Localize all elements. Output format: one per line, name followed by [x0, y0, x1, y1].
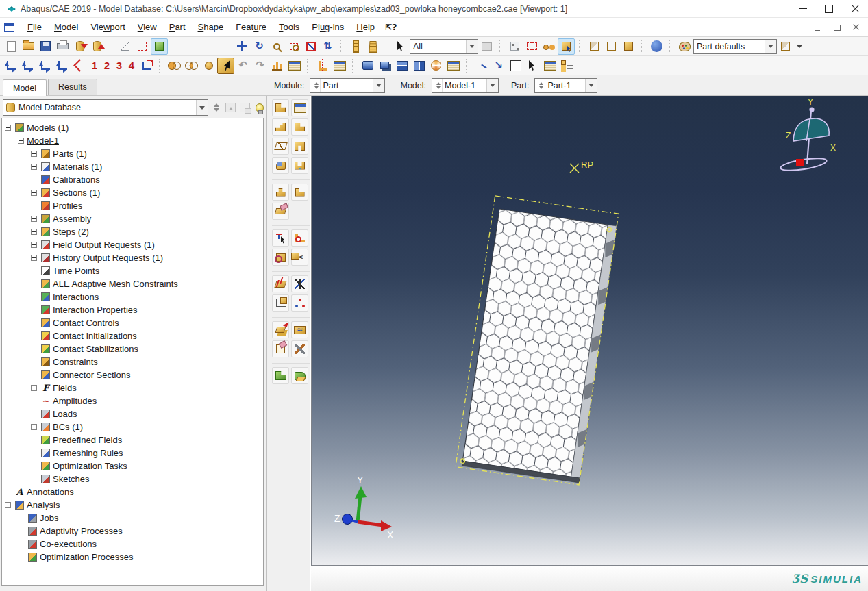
context-help-icon[interactable]: ⇱?: [385, 22, 397, 32]
selection-filter-dropdown-icon[interactable]: [466, 40, 478, 53]
viewport-tile-vertical-icon[interactable]: [410, 58, 427, 74]
tree-item-ale-adaptive-mesh-constraints[interactable]: ALE Adaptive Mesh Constraints: [2, 277, 263, 290]
tree-item-parts-1[interactable]: Parts (1): [2, 147, 263, 160]
tree-item-bcs-1[interactable]: BCs (1): [2, 420, 263, 433]
expander-plus-icon[interactable]: [31, 385, 37, 391]
box-zoom-view-icon[interactable]: [285, 38, 302, 55]
highlight-group-icon[interactable]: [506, 38, 523, 55]
cycle-views-icon[interactable]: ⇅: [319, 38, 336, 55]
viewport-maximize-icon[interactable]: [359, 58, 376, 74]
mirror-part-button[interactable]: [291, 157, 308, 174]
combine-circle-icon[interactable]: [200, 58, 217, 74]
module-dropdown-icon[interactable]: [373, 79, 384, 92]
tree-item-constraints[interactable]: Constraints: [2, 355, 263, 368]
annotate-arrow-icon[interactable]: ↘: [490, 58, 507, 74]
feature-edit-button[interactable]: [272, 184, 289, 201]
expander-plus-icon[interactable]: [31, 151, 37, 157]
select-entities-dots-icon[interactable]: [541, 38, 558, 55]
model-dropdown-icon[interactable]: [486, 79, 498, 92]
view-front-icon[interactable]: [3, 58, 20, 74]
menu-shape[interactable]: Shape: [192, 19, 230, 35]
tree-item-time-points[interactable]: Time Points: [2, 264, 263, 277]
tree-item-models-1[interactable]: Models (1): [2, 121, 263, 134]
print-icon[interactable]: [54, 38, 71, 55]
solid-cut-button[interactable]: [291, 138, 308, 155]
solid-revolve-button[interactable]: [291, 118, 308, 136]
tree-item-interactions[interactable]: Interactions: [2, 290, 263, 303]
solid-round-button[interactable]: [272, 157, 289, 174]
tree-item-fields[interactable]: FFields: [2, 381, 263, 394]
tree-item-model-1[interactable]: Model-1: [2, 134, 263, 147]
viewport-manager-icon[interactable]: [445, 58, 462, 74]
selection-filter-select[interactable]: All: [410, 39, 478, 54]
expander-plus-icon[interactable]: [31, 242, 37, 248]
part-manager-button[interactable]: [291, 99, 308, 116]
display-group-chart-icon[interactable]: [269, 58, 286, 74]
expander-plus-icon[interactable]: [31, 164, 37, 170]
object-pick-icon[interactable]: [558, 38, 575, 55]
view-compass[interactable]: Y Z X: [780, 97, 836, 173]
magnify-view-icon[interactable]: [268, 38, 285, 55]
expander-plus-icon[interactable]: [31, 216, 37, 222]
render-beam-profiles-icon[interactable]: [347, 38, 364, 55]
selection-lock-icon[interactable]: [478, 38, 495, 55]
viewport-system-icon[interactable]: [4, 23, 14, 32]
apply-view-4-button[interactable]: 4: [125, 58, 138, 74]
module-spinner[interactable]: [313, 79, 321, 92]
tree-item-sketches[interactable]: Sketches: [2, 473, 263, 486]
tab-model[interactable]: Model: [3, 79, 47, 96]
db-import-icon[interactable]: [71, 38, 88, 55]
text-style-icon[interactable]: [507, 58, 524, 74]
create-datum-csys-button[interactable]: [272, 294, 289, 312]
delete-feature-button[interactable]: [272, 203, 289, 220]
save-model-database-icon[interactable]: [37, 38, 54, 55]
tree-item-contact-controls[interactable]: Contact Controls: [2, 316, 263, 329]
part-dropdown-icon[interactable]: [585, 79, 597, 92]
tree-item-profiles[interactable]: Profiles: [2, 199, 263, 212]
color-code-palette-icon[interactable]: [676, 38, 693, 55]
viewport-tile-horizontal-icon[interactable]: [393, 58, 410, 74]
tree-item-remeshing-rules[interactable]: Remeshing Rules: [2, 447, 263, 460]
apply-view-1-button[interactable]: 1: [88, 58, 101, 74]
tree-spin-buttons[interactable]: [212, 101, 221, 114]
tree-item-history-output-requests-1[interactable]: History Output Requests (1): [2, 251, 263, 264]
render-hidden-icon[interactable]: [134, 38, 151, 55]
cube-view-solid-icon[interactable]: [620, 38, 637, 55]
render-shell-thickness-icon[interactable]: [364, 38, 382, 55]
tips-lightbulb-icon[interactable]: [256, 103, 264, 112]
rotate-view-icon[interactable]: ↻: [251, 38, 268, 55]
expander-minus-icon[interactable]: [5, 125, 11, 131]
viewport-cascade-icon[interactable]: [376, 58, 393, 74]
annotation-options-icon[interactable]: [558, 58, 575, 74]
tree-item-adaptivity-processes[interactable]: Adaptivity Processes: [2, 525, 263, 538]
menu-help[interactable]: Help: [350, 19, 381, 35]
partition-face-sketch-button[interactable]: ≈: [291, 321, 308, 338]
set-root-icon[interactable]: [225, 103, 236, 112]
render-shaded-icon[interactable]: [151, 38, 168, 55]
select-cursor-icon[interactable]: [393, 38, 410, 55]
convert-to-precise-button[interactable]: [291, 367, 308, 384]
geometry-edit-button[interactable]: [272, 249, 289, 266]
open-file-icon[interactable]: [20, 38, 37, 55]
minimize-button[interactable]: [790, 0, 816, 17]
color-code-target-select[interactable]: Part defaults: [693, 39, 777, 54]
reference-point-marker[interactable]: RP: [570, 160, 593, 173]
geometry-diagnostics-button[interactable]: [272, 367, 289, 384]
query-information-icon[interactable]: [648, 38, 665, 55]
model-select[interactable]: Model-1: [432, 78, 499, 93]
tree-item-field-output-requests-1[interactable]: Field Output Requests (1): [2, 238, 263, 251]
menu-view[interactable]: View: [132, 19, 163, 35]
probe-arrow-icon[interactable]: [217, 58, 234, 74]
shell-planar-button[interactable]: [272, 138, 289, 155]
auto-fit-view-icon[interactable]: [302, 38, 319, 55]
viewport-decorations-icon[interactable]: [427, 58, 445, 74]
combine-intersection-icon[interactable]: [183, 58, 200, 74]
cube-view-wire-icon[interactable]: [586, 38, 603, 55]
view-left-icon[interactable]: [37, 58, 54, 74]
viewport-minimize-icon[interactable]: [813, 23, 823, 32]
tree-item-jobs[interactable]: Jobs: [2, 512, 263, 525]
tree-item-contact-initializations[interactable]: Contact Initializations: [2, 329, 263, 342]
sync-viewport-icon[interactable]: [240, 103, 250, 112]
custom-views-icon[interactable]: [138, 58, 155, 74]
tree-item-optimization-processes[interactable]: Optimization Processes: [2, 551, 263, 564]
